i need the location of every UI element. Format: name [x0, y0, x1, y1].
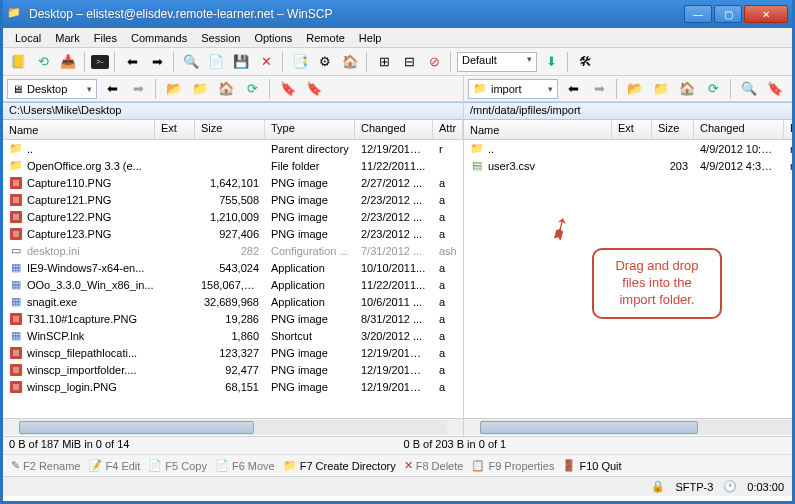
- remote-home-icon[interactable]: 🏠: [676, 78, 698, 100]
- folder-icon: 📁: [9, 142, 23, 156]
- refresh-icon[interactable]: 📄: [205, 51, 227, 73]
- annotation-callout: Drag and drop files into the import fold…: [592, 248, 722, 319]
- remote-dir-select[interactable]: 📁 import: [468, 79, 558, 99]
- table-row[interactable]: Capture123.PNG927,406PNG image2/23/2012 …: [3, 225, 463, 242]
- remote-bookmark-icon[interactable]: 🔖: [764, 78, 786, 100]
- local-path[interactable]: C:\Users\Mike\Desktop: [3, 102, 463, 120]
- remote-up-icon[interactable]: 📁: [650, 78, 672, 100]
- col-name[interactable]: Name: [3, 120, 155, 139]
- table-row[interactable]: T31.10#1capture.PNG19,286PNG image8/31/2…: [3, 310, 463, 327]
- remote-path[interactable]: /mnt/data/ipfiles/import: [464, 102, 795, 120]
- local-open-icon[interactable]: 📂: [163, 78, 185, 100]
- address-icon[interactable]: 📒: [7, 51, 29, 73]
- nav-back-icon[interactable]: ⬅: [121, 51, 143, 73]
- col-changed[interactable]: Changed: [355, 120, 433, 139]
- duration-label: 0:03:00: [747, 481, 784, 493]
- cmd-mkdir[interactable]: 📁F7 Create Directory: [283, 459, 396, 472]
- col-ext-r[interactable]: Ext: [612, 120, 652, 139]
- remote-sync-icon[interactable]: 📥: [57, 51, 79, 73]
- remote-find-icon[interactable]: 🔍: [738, 78, 760, 100]
- find-icon[interactable]: 🔍: [180, 51, 202, 73]
- menu-mark[interactable]: Mark: [49, 31, 85, 45]
- transfer-icon[interactable]: ⊟: [398, 51, 420, 73]
- menu-options[interactable]: Options: [248, 31, 298, 45]
- image-icon: [9, 346, 23, 360]
- remote-columns-header[interactable]: Name Ext Size Changed Rights Owner: [464, 120, 795, 140]
- sync-icon[interactable]: ⟲: [32, 51, 54, 73]
- local-drive-select[interactable]: 🖥 Desktop: [7, 79, 97, 99]
- menu-files[interactable]: Files: [88, 31, 123, 45]
- session-select[interactable]: Default: [457, 52, 537, 72]
- table-row[interactable]: ▤user3.csv2034/9/2012 4:34:5...rw-r--r--…: [464, 157, 795, 174]
- red-x-icon[interactable]: ✕: [255, 51, 277, 73]
- minimize-button[interactable]: —: [684, 5, 712, 23]
- console-icon[interactable]: >-: [91, 55, 109, 69]
- table-row[interactable]: ▦snagit.exe32,689,968Application10/6/201…: [3, 293, 463, 310]
- local-rows[interactable]: 📁..Parent directory12/19/2012 ...r📁OpenO…: [3, 140, 463, 418]
- table-row[interactable]: 📁..4/9/2012 10:47:...rwxrwx---apache: [464, 140, 795, 157]
- folder-icon: 📁: [473, 82, 487, 95]
- nav-fwd-icon[interactable]: ➡: [146, 51, 168, 73]
- local-bookmark-icon[interactable]: 🔖: [277, 78, 299, 100]
- local-home-icon[interactable]: 🏠: [215, 78, 237, 100]
- menu-help[interactable]: Help: [353, 31, 388, 45]
- table-row[interactable]: Capture121.PNG755,508PNG image2/23/2012 …: [3, 191, 463, 208]
- maximize-button[interactable]: ▢: [714, 5, 742, 23]
- disk-icon[interactable]: 💾: [230, 51, 252, 73]
- cmd-delete[interactable]: ✕F8 Delete: [404, 459, 464, 472]
- local-refresh-icon[interactable]: ⟳: [241, 78, 263, 100]
- props-icon[interactable]: ⚙: [314, 51, 336, 73]
- remote-back-icon[interactable]: ⬅: [562, 78, 584, 100]
- apply-icon[interactable]: ⬇: [540, 51, 562, 73]
- menu-local[interactable]: Local: [9, 31, 47, 45]
- settings-icon[interactable]: 🛠: [574, 51, 596, 73]
- cmd-edit[interactable]: 📝F4 Edit: [88, 459, 140, 472]
- col-name-r[interactable]: Name: [464, 120, 612, 139]
- remote-h-scroll[interactable]: [464, 418, 795, 435]
- table-row[interactable]: Capture122.PNG1,210,009PNG image2/23/201…: [3, 208, 463, 225]
- close-button[interactable]: ✕: [744, 5, 788, 23]
- col-type[interactable]: Type: [265, 120, 355, 139]
- table-row[interactable]: winscp_login.PNG68,151PNG image12/19/201…: [3, 378, 463, 395]
- table-row[interactable]: ▭desktop.ini282Configuration ...7/31/201…: [3, 242, 463, 259]
- table-row[interactable]: 📁OpenOffice.org 3.3 (e...File folder11/2…: [3, 157, 463, 174]
- local-file-list: Name Ext Size Type Changed Attr 📁..Paren…: [3, 120, 463, 436]
- queue-icon[interactable]: ⊞: [373, 51, 395, 73]
- col-attr[interactable]: Attr: [433, 120, 463, 139]
- csv-icon: ▤: [470, 159, 484, 173]
- local-back-icon[interactable]: ⬅: [101, 78, 123, 100]
- col-ext[interactable]: Ext: [155, 120, 195, 139]
- remote-bookmark2-icon[interactable]: 🔖: [790, 78, 795, 100]
- cmd-quit[interactable]: 🚪F10 Quit: [562, 459, 621, 472]
- cmd-copy[interactable]: 📄F5 Copy: [148, 459, 207, 472]
- menu-commands[interactable]: Commands: [125, 31, 193, 45]
- local-up-icon[interactable]: 📁: [189, 78, 211, 100]
- remote-refresh-icon[interactable]: ⟳: [702, 78, 724, 100]
- local-fwd-icon[interactable]: ➡: [127, 78, 149, 100]
- home-icon[interactable]: 🏠: [339, 51, 361, 73]
- col-size[interactable]: Size: [195, 120, 265, 139]
- col-size-r[interactable]: Size: [652, 120, 694, 139]
- cmd-props[interactable]: 📋F9 Properties: [471, 459, 554, 472]
- table-row[interactable]: Capture110.PNG1,642,101PNG image2/27/201…: [3, 174, 463, 191]
- table-row[interactable]: 📁..Parent directory12/19/2012 ...r: [3, 140, 463, 157]
- col-rights[interactable]: Rights: [784, 120, 795, 139]
- table-row[interactable]: ▦IE9-Windows7-x64-en...543,024Applicatio…: [3, 259, 463, 276]
- local-columns-header[interactable]: Name Ext Size Type Changed Attr: [3, 120, 463, 140]
- local-h-scroll[interactable]: [3, 418, 463, 435]
- stop-icon[interactable]: ⊘: [423, 51, 445, 73]
- app-icon: ▦: [9, 261, 23, 275]
- local-bookmark2-icon[interactable]: 🔖: [303, 78, 325, 100]
- table-row[interactable]: winscp_filepathlocati...123,327PNG image…: [3, 344, 463, 361]
- col-changed-r[interactable]: Changed: [694, 120, 784, 139]
- cmd-move[interactable]: 📄F6 Move: [215, 459, 275, 472]
- table-row[interactable]: winscp_importfolder....92,477PNG image12…: [3, 361, 463, 378]
- menu-remote[interactable]: Remote: [300, 31, 351, 45]
- table-row[interactable]: ▦WinSCP.lnk1,860Shortcut3/20/2012 ...a: [3, 327, 463, 344]
- table-row[interactable]: ▦OOo_3.3.0_Win_x86_in...158,067,9...Appl…: [3, 276, 463, 293]
- remote-fwd-icon[interactable]: ➡: [588, 78, 610, 100]
- misc-icon[interactable]: 📑: [289, 51, 311, 73]
- remote-open-icon[interactable]: 📂: [624, 78, 646, 100]
- cmd-rename[interactable]: ✎F2 Rename: [11, 459, 80, 472]
- menu-session[interactable]: Session: [195, 31, 246, 45]
